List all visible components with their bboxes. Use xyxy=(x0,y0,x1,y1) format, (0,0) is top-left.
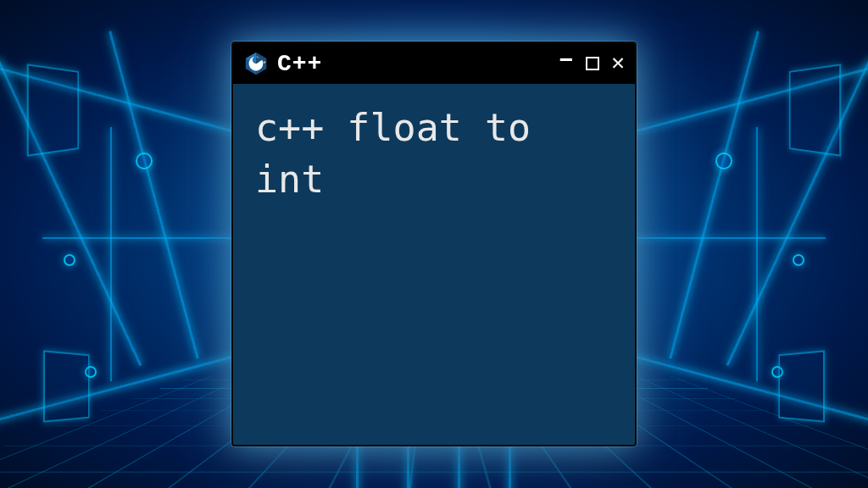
svg-text:+: + xyxy=(259,59,262,64)
close-button[interactable]: ✕ xyxy=(611,53,625,75)
titlebar[interactable]: + + C++ – ✕ xyxy=(233,43,635,84)
circuit-rect xyxy=(789,64,841,157)
circuit-node xyxy=(64,254,75,266)
circuit-node xyxy=(715,152,732,169)
terminal-content: c++ float to int xyxy=(233,84,635,445)
maximize-button[interactable] xyxy=(586,57,599,70)
circuit-rect xyxy=(778,350,825,422)
circuit-node xyxy=(136,152,153,169)
circuit-rect xyxy=(27,64,79,157)
circuit-rect xyxy=(43,350,90,422)
terminal-window: + + C++ – ✕ c++ float to int xyxy=(231,42,637,446)
cpp-logo-icon: + + xyxy=(243,51,269,76)
window-controls: – ✕ xyxy=(558,50,625,77)
svg-text:+: + xyxy=(263,59,265,64)
window-title: C++ xyxy=(277,51,549,77)
circuit-node xyxy=(793,254,804,266)
minimize-button[interactable]: – xyxy=(558,46,574,73)
